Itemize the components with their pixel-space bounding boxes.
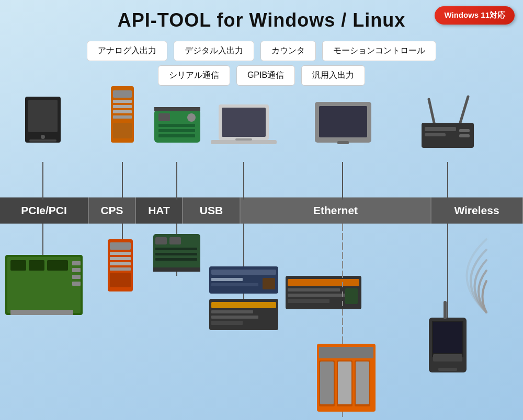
svg-rect-9 <box>113 115 132 119</box>
svg-rect-10 <box>113 123 132 138</box>
svg-rect-31 <box>459 134 470 137</box>
svg-rect-59 <box>110 267 131 271</box>
svg-rect-8 <box>113 110 132 113</box>
svg-rect-91 <box>320 361 334 404</box>
svg-rect-19 <box>222 108 266 137</box>
lower-eth-box <box>286 276 361 309</box>
svg-rect-80 <box>288 279 359 286</box>
svg-rect-51 <box>72 275 81 279</box>
lower-devices-svg <box>0 224 523 419</box>
lower-usb-box-top <box>209 266 278 294</box>
svg-rect-60 <box>110 273 131 287</box>
category-bar: PCIe/PCI CPS HAT USB Ethernet Wireless <box>0 197 523 224</box>
cat-usb: USB <box>183 197 241 224</box>
svg-rect-70 <box>211 278 243 281</box>
svg-rect-64 <box>155 248 197 250</box>
svg-rect-3 <box>29 139 56 142</box>
svg-rect-14 <box>158 124 195 127</box>
svg-rect-58 <box>110 262 131 265</box>
svg-rect-67 <box>153 267 200 272</box>
svg-rect-12 <box>158 113 170 121</box>
svg-point-13 <box>187 113 196 122</box>
svg-rect-57 <box>110 257 131 260</box>
svg-rect-6 <box>113 100 132 103</box>
svg-rect-46 <box>10 260 26 271</box>
svg-line-25 <box>429 99 434 123</box>
svg-rect-66 <box>155 258 197 261</box>
cat-hat: HAT <box>136 197 183 224</box>
device-cps <box>111 86 134 143</box>
lower-hat-board <box>153 234 200 272</box>
svg-rect-49 <box>72 261 81 265</box>
svg-rect-72 <box>263 278 275 289</box>
connection-lines-upper <box>0 162 523 200</box>
feature-tags-row1: アナログ入出力 デジタル入出力 カウンタ モーションコントロール <box>0 41 523 61</box>
cat-pcie: PCIe/PCI <box>0 197 89 224</box>
wifi-arcs <box>467 239 487 312</box>
svg-rect-82 <box>288 294 345 297</box>
lower-cps-module <box>108 239 133 291</box>
lower-din-rail <box>317 224 376 412</box>
cat-ethernet: Ethernet <box>241 197 431 224</box>
tag-analog: アナログ入出力 <box>87 41 167 61</box>
lower-pcie-card <box>5 255 83 315</box>
svg-rect-84 <box>345 288 358 304</box>
svg-rect-47 <box>29 260 44 271</box>
device-laptop <box>211 104 277 144</box>
device-panel <box>315 102 371 144</box>
svg-rect-30 <box>459 129 470 132</box>
svg-rect-63 <box>169 237 181 244</box>
svg-rect-1 <box>28 100 58 132</box>
svg-rect-52 <box>72 282 81 286</box>
tag-digital: デジタル入出力 <box>174 41 254 61</box>
svg-rect-16 <box>158 134 195 137</box>
svg-rect-28 <box>425 127 456 131</box>
svg-rect-65 <box>155 253 197 255</box>
device-router <box>422 97 474 148</box>
svg-rect-7 <box>113 105 132 108</box>
svg-rect-93 <box>356 361 369 404</box>
svg-rect-76 <box>211 316 258 319</box>
svg-rect-97 <box>438 368 457 371</box>
svg-rect-56 <box>110 252 131 255</box>
svg-rect-24 <box>337 141 349 144</box>
svg-rect-100 <box>433 354 462 361</box>
svg-rect-87 <box>319 347 373 358</box>
svg-rect-92 <box>338 361 351 404</box>
svg-rect-69 <box>211 270 276 275</box>
svg-line-26 <box>460 97 468 123</box>
svg-rect-81 <box>288 288 340 291</box>
svg-rect-20 <box>211 140 277 144</box>
svg-rect-75 <box>211 310 253 313</box>
svg-rect-50 <box>72 268 81 272</box>
svg-rect-23 <box>319 106 367 137</box>
cat-wireless: Wireless <box>431 197 523 224</box>
svg-rect-53 <box>10 310 73 315</box>
svg-point-2 <box>41 135 45 139</box>
tag-motion: モーションコントロール <box>322 41 436 61</box>
svg-rect-17 <box>154 107 200 111</box>
windows11-badge: Windows 11対応 <box>435 6 515 25</box>
svg-rect-5 <box>113 90 132 98</box>
svg-rect-101 <box>433 322 462 353</box>
device-hat <box>154 107 200 143</box>
svg-rect-21 <box>235 138 252 141</box>
svg-rect-77 <box>211 321 243 325</box>
svg-rect-15 <box>158 129 195 132</box>
svg-rect-83 <box>288 299 329 303</box>
tag-counter: カウンタ <box>260 41 316 61</box>
cat-cps: CPS <box>89 197 136 224</box>
device-desktop <box>25 97 61 143</box>
svg-rect-55 <box>110 242 131 250</box>
svg-rect-98 <box>444 301 447 319</box>
svg-rect-62 <box>155 237 167 244</box>
svg-rect-71 <box>211 283 258 286</box>
svg-rect-48 <box>47 260 68 271</box>
svg-rect-74 <box>211 302 276 308</box>
svg-rect-29 <box>425 133 446 136</box>
